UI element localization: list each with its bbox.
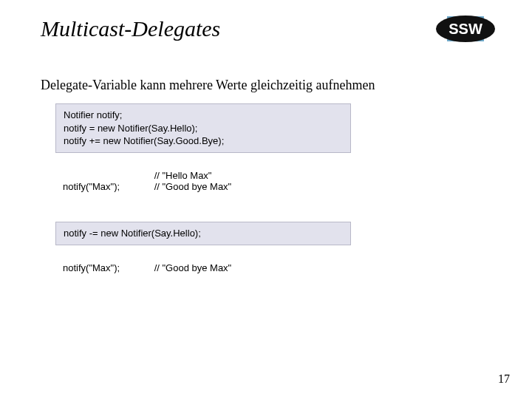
page-number: 17 (498, 372, 510, 386)
code-comment-1: // "Hello Max" // "Good bye Max" (154, 170, 232, 192)
code-call-2: notify("Max"); (63, 262, 151, 273)
ssw-logo: SSW (432, 13, 499, 44)
logo-text: SSW (449, 21, 482, 37)
code-comment-2: // "Good bye Max" (154, 262, 232, 273)
slide: Multicast-Delegates SSW Delegate-Variabl… (0, 0, 532, 399)
code-row-1: notify("Max"); // "Hello Max" // "Good b… (63, 170, 231, 192)
slide-subtitle: Delegate-Variable kann mehrere Werte gle… (41, 78, 375, 93)
slide-title: Multicast-Delegates (41, 16, 220, 41)
code-block-2: notify -= new Notifier(Say.Hello); (55, 222, 351, 245)
code-block-1: Notifier notify; notify = new Notifier(S… (55, 103, 351, 153)
code-call-1: notify("Max"); (63, 181, 151, 192)
code-row-2: notify("Max"); // "Good bye Max" (63, 262, 231, 273)
